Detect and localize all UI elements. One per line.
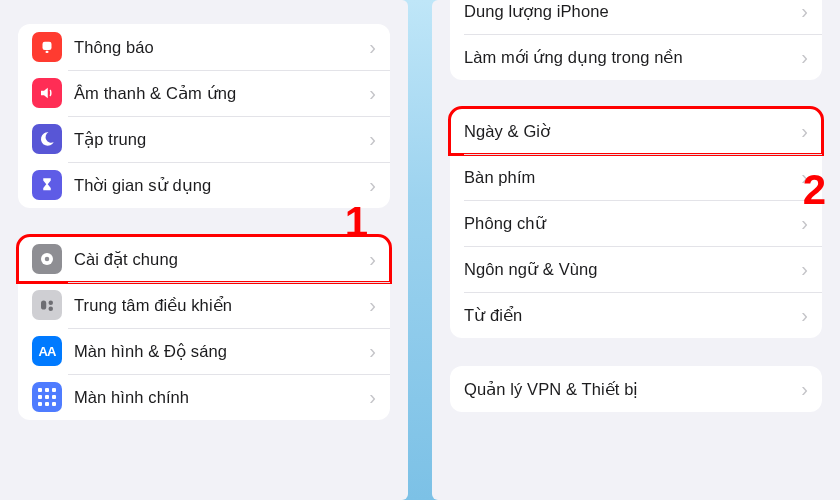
row-label: Từ điển [464, 306, 801, 325]
svg-rect-1 [46, 51, 49, 53]
chevron-right-icon: › [801, 213, 808, 233]
row-label: Cài đặt chung [74, 250, 369, 269]
right-inner: Dung lượng iPhone › Làm mới ứng dụng tro… [432, 0, 840, 412]
chevron-right-icon: › [369, 295, 376, 315]
row-label: Thông báo [74, 38, 369, 57]
row-label: Tập trung [74, 130, 369, 149]
row-label: Màn hình chính [74, 388, 369, 407]
hourglass-icon [32, 170, 62, 200]
svg-rect-5 [49, 301, 54, 306]
row-control-center[interactable]: Trung tâm điều khiển › [18, 282, 390, 328]
gear-icon [32, 244, 62, 274]
row-fonts[interactable]: Phông chữ › [450, 200, 822, 246]
row-screentime[interactable]: Thời gian sử dụng › [18, 162, 390, 208]
chevron-right-icon: › [801, 121, 808, 141]
bell-icon [32, 32, 62, 62]
chevron-right-icon: › [369, 387, 376, 407]
chevron-right-icon: › [369, 175, 376, 195]
row-focus[interactable]: Tập trung › [18, 116, 390, 162]
row-general[interactable]: Cài đặt chung › [18, 236, 390, 282]
row-label: Bàn phím [464, 168, 801, 187]
row-dictionary[interactable]: Từ điển › [450, 292, 822, 338]
row-background-refresh[interactable]: Làm mới ứng dụng trong nền › [450, 34, 822, 80]
row-label: Thời gian sử dụng [74, 176, 369, 195]
row-iphone-storage[interactable]: Dung lượng iPhone › [450, 0, 822, 34]
svg-rect-4 [41, 301, 46, 310]
row-label: Trung tâm điều khiển [74, 296, 369, 315]
chevron-right-icon: › [801, 379, 808, 399]
row-language-region[interactable]: Ngôn ngữ & Vùng › [450, 246, 822, 292]
settings-group-general: Cài đặt chung › Trung tâm điều khiển › A… [18, 236, 390, 420]
speaker-icon [32, 78, 62, 108]
chevron-right-icon: › [801, 47, 808, 67]
row-vpn-device[interactable]: Quản lý VPN & Thiết bị › [450, 366, 822, 412]
row-label: Âm thanh & Cảm ứng [74, 84, 369, 103]
svg-point-3 [45, 257, 50, 262]
settings-group-notification: Thông báo › Âm thanh & Cảm ứng › Tập tru… [18, 24, 390, 208]
row-label: Phông chữ [464, 214, 801, 233]
row-date-time[interactable]: Ngày & Giờ › [450, 108, 822, 154]
chevron-right-icon: › [801, 167, 808, 187]
left-inner: Thông báo › Âm thanh & Cảm ứng › Tập tru… [0, 0, 408, 420]
text-size-icon: AA [32, 336, 62, 366]
chevron-right-icon: › [801, 259, 808, 279]
chevron-right-icon: › [369, 37, 376, 57]
chevron-right-icon: › [369, 249, 376, 269]
settings-panel-left: Thông báo › Âm thanh & Cảm ứng › Tập tru… [0, 0, 408, 500]
row-display[interactable]: AA Màn hình & Độ sáng › [18, 328, 390, 374]
row-keyboard[interactable]: Bàn phím › [450, 154, 822, 200]
row-label: Dung lượng iPhone [464, 2, 801, 21]
row-label: Màn hình & Độ sáng [74, 342, 369, 361]
row-label: Làm mới ứng dụng trong nền [464, 48, 801, 67]
general-group-date: Ngày & Giờ › Bàn phím › Phông chữ › Ngôn… [450, 108, 822, 338]
row-label: Ngôn ngữ & Vùng [464, 260, 801, 279]
chevron-right-icon: › [801, 305, 808, 325]
general-group-storage: Dung lượng iPhone › Làm mới ứng dụng tro… [450, 0, 822, 80]
chevron-right-icon: › [369, 83, 376, 103]
chevron-right-icon: › [801, 1, 808, 21]
row-label: Ngày & Giờ [464, 122, 801, 141]
chevron-right-icon: › [369, 341, 376, 361]
svg-rect-0 [43, 42, 52, 50]
general-panel-right: Dung lượng iPhone › Làm mới ứng dụng tro… [432, 0, 840, 500]
chevron-right-icon: › [369, 129, 376, 149]
apps-grid-icon [32, 382, 62, 412]
row-sounds[interactable]: Âm thanh & Cảm ứng › [18, 70, 390, 116]
svg-point-6 [49, 307, 54, 312]
moon-icon [32, 124, 62, 154]
row-notifications[interactable]: Thông báo › [18, 24, 390, 70]
general-group-vpn: Quản lý VPN & Thiết bị › [450, 366, 822, 412]
row-label: Quản lý VPN & Thiết bị [464, 380, 801, 399]
sliders-icon [32, 290, 62, 320]
row-homescreen[interactable]: Màn hình chính › [18, 374, 390, 420]
